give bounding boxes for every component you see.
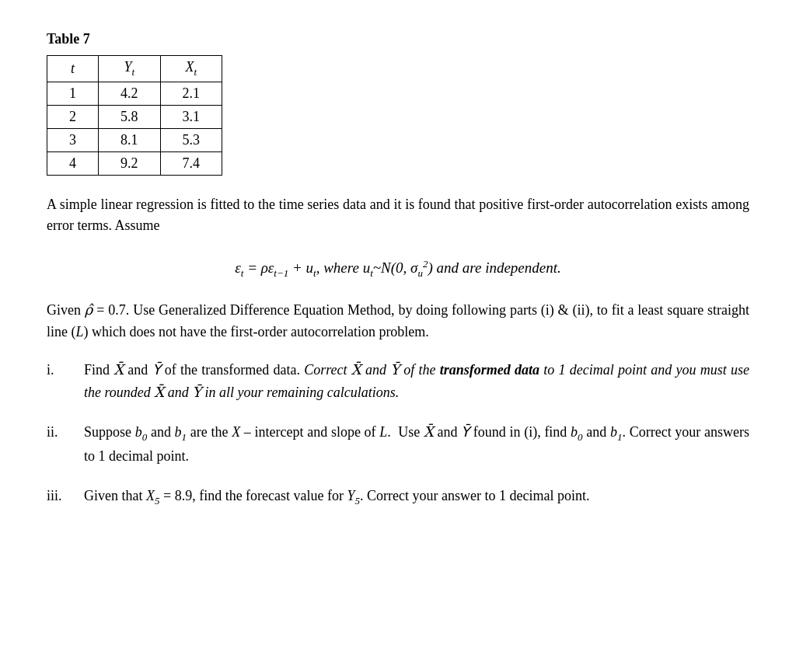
table-row: 2 5.8 3.1	[47, 105, 222, 128]
list-content-ii: Suppose b0 and b1 are the X – intercept …	[84, 421, 749, 468]
list-item-ii: ii. Suppose b0 and b1 are the X – interc…	[47, 421, 749, 468]
list-item-i: i. Find X̄ and Ȳ of the transformed data…	[47, 359, 749, 404]
list-content-iii: Given that X5 = 8.9, find the forecast v…	[84, 485, 749, 509]
list-label-i: i.	[47, 359, 84, 381]
list-content-i: Find X̄ and Ȳ of the transformed data. C…	[84, 359, 749, 404]
col-header-t: t	[47, 56, 99, 82]
paragraph-1: A simple linear regression is fitted to …	[47, 194, 749, 238]
equation-block: εt = ρεt−1 + ut, where ut~N(0, σu2) and …	[47, 256, 749, 281]
col-header-yt: Yt	[99, 56, 161, 82]
list-item-iii: iii. Given that X5 = 8.9, find the forec…	[47, 485, 749, 509]
table-title: Table 7	[47, 31, 749, 47]
data-table: t Yt Xt 1 4.2 2.1 2 5.8 3.1 3 8.1 5.3 4 …	[47, 55, 222, 176]
list-section: i. Find X̄ and Ȳ of the transformed data…	[47, 359, 749, 509]
list-label-ii: ii.	[47, 421, 84, 444]
table-row: 1 4.2 2.1	[47, 82, 222, 105]
list-label-iii: iii.	[47, 485, 84, 507]
table-row: 3 8.1 5.3	[47, 128, 222, 151]
paragraph-2: Given ρ̂ = 0.7. Use Generalized Differen…	[47, 300, 749, 343]
table-row: 4 9.2 7.4	[47, 151, 222, 175]
col-header-xt: Xt	[160, 56, 222, 82]
